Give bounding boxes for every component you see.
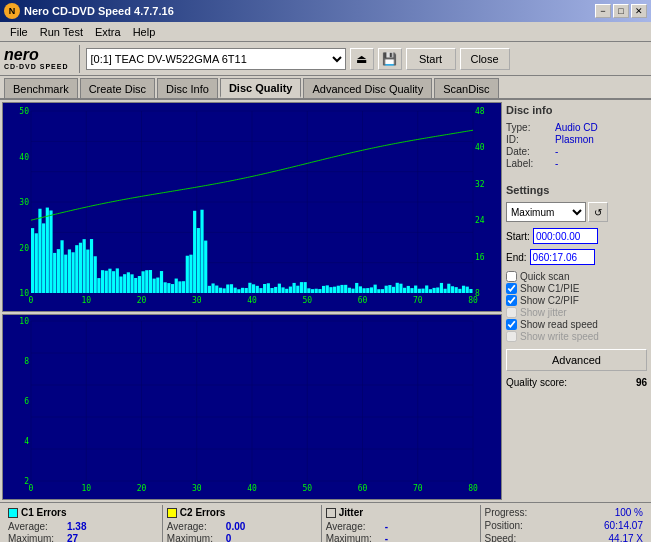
tab-advanced-disc-quality[interactable]: Advanced Disc Quality <box>303 78 432 98</box>
main-content: Disc info Type:Audio CDID:PlasmonDate:-L… <box>0 100 651 502</box>
tab-bar: BenchmarkCreate DiscDisc InfoDisc Qualit… <box>0 76 651 100</box>
stat-group-2: JitterAverage:-Maximum:- <box>321 505 480 542</box>
end-time-input[interactable] <box>530 249 595 265</box>
tab-disc-info[interactable]: Disc Info <box>157 78 218 98</box>
title-bar-left: N Nero CD-DVD Speed 4.7.7.16 <box>4 3 174 19</box>
stat-name-0: C1 Errors <box>21 507 67 518</box>
checkbox-show_read[interactable] <box>506 319 517 330</box>
settings-icon-button[interactable]: ↺ <box>588 202 608 222</box>
info-val: Plasmon <box>555 134 594 145</box>
quality-score-label: Quality score: <box>506 377 567 388</box>
stat-key: Maximum: <box>8 533 63 542</box>
tab-disc-quality[interactable]: Disc Quality <box>220 78 302 98</box>
stats-bar: C1 ErrorsAverage:1.38Maximum:27Total:498… <box>0 502 651 542</box>
checkbox-label-show_jitter: Show jitter <box>520 307 567 318</box>
checkbox-show_c1[interactable] <box>506 283 517 294</box>
stat-val: 27 <box>67 533 78 542</box>
quality-score-row: Quality score: 96 <box>506 377 647 388</box>
stat-row: Maximum:0 <box>167 533 317 542</box>
stat-row: Average:1.38 <box>8 521 158 532</box>
bottom-chart <box>2 314 502 500</box>
prog-key: Position: <box>485 520 523 531</box>
menu-bar: FileRun TestExtraHelp <box>0 22 651 42</box>
stat-val: - <box>385 521 388 532</box>
stat-row: Average:0.00 <box>167 521 317 532</box>
end-label: End: <box>506 252 527 263</box>
right-panel: Disc info Type:Audio CDID:PlasmonDate:-L… <box>504 102 649 500</box>
stat-val: 0 <box>226 533 232 542</box>
info-key: Type: <box>506 122 551 133</box>
disc-info-row: ID:Plasmon <box>506 134 647 145</box>
window-title: Nero CD-DVD Speed 4.7.7.16 <box>24 5 174 17</box>
toolbar: nero CD·DVD SPEED [0:1] TEAC DV-W522GMA … <box>0 42 651 76</box>
info-key: Label: <box>506 158 551 169</box>
settings-speed-row: Maximum ↺ <box>506 202 647 222</box>
disc-info-title: Disc info <box>506 104 647 116</box>
start-time-input[interactable] <box>533 228 598 244</box>
close-disc-button[interactable]: Close <box>460 48 510 70</box>
checkbox-row-show_read: Show read speed <box>506 319 647 330</box>
tab-benchmark[interactable]: Benchmark <box>4 78 78 98</box>
menu-item-help[interactable]: Help <box>127 24 162 40</box>
stat-val: - <box>385 533 388 542</box>
checkbox-row-show_c2: Show C2/PIF <box>506 295 647 306</box>
checkbox-show_write <box>506 331 517 342</box>
checkboxes-container: Quick scanShow C1/PIEShow C2/PIFShow jit… <box>506 271 647 343</box>
menu-item-run-test[interactable]: Run Test <box>34 24 89 40</box>
disc-info-row: Type:Audio CD <box>506 122 647 133</box>
checkbox-show_c2[interactable] <box>506 295 517 306</box>
stat-key: Average: <box>167 521 222 532</box>
stat-key: Average: <box>326 521 381 532</box>
start-button[interactable]: Start <box>406 48 456 70</box>
checkbox-quick_scan[interactable] <box>506 271 517 282</box>
quality-score-value: 96 <box>636 377 647 388</box>
info-key: Date: <box>506 146 551 157</box>
disc-info-row: Label:- <box>506 158 647 169</box>
speed-selector[interactable]: Maximum <box>506 202 586 222</box>
disc-info-rows: Type:Audio CDID:PlasmonDate:-Label:- <box>506 122 647 170</box>
checkbox-row-show_jitter: Show jitter <box>506 307 647 318</box>
chart-area <box>2 102 502 500</box>
info-val: Audio CD <box>555 122 598 133</box>
checkbox-label-quick_scan: Quick scan <box>520 271 569 282</box>
progress-row: Progress:100 % <box>485 507 644 518</box>
tab-scandisc[interactable]: ScanDisc <box>434 78 498 98</box>
stat-val: 0.00 <box>226 521 245 532</box>
stat-header-2: Jitter <box>326 507 476 518</box>
stat-key: Maximum: <box>326 533 381 542</box>
window-controls: − □ ✕ <box>595 4 647 18</box>
progress-panel: Progress:100 %Position:60:14.07Speed:44.… <box>480 505 648 542</box>
eject-icon-button[interactable]: ⏏ <box>350 48 374 70</box>
logo-text-top: nero <box>4 47 69 63</box>
checkbox-label-show_c2: Show C2/PIF <box>520 295 579 306</box>
stat-groups: C1 ErrorsAverage:1.38Maximum:27Total:498… <box>4 505 480 542</box>
checkbox-label-show_read: Show read speed <box>520 319 598 330</box>
stat-row: Maximum:- <box>326 533 476 542</box>
minimize-button[interactable]: − <box>595 4 611 18</box>
tab-create-disc[interactable]: Create Disc <box>80 78 155 98</box>
checkbox-row-show_write: Show write speed <box>506 331 647 342</box>
stat-group-0: C1 ErrorsAverage:1.38Maximum:27Total:498… <box>4 505 162 542</box>
progress-row: Speed:44.17 X <box>485 533 644 542</box>
drive-selector[interactable]: [0:1] TEAC DV-W522GMA 6T11 <box>86 48 346 70</box>
progress-row: Position:60:14.07 <box>485 520 644 531</box>
stat-name-2: Jitter <box>339 507 363 518</box>
stat-header-0: C1 Errors <box>8 507 158 518</box>
stat-header-1: C2 Errors <box>167 507 317 518</box>
advanced-button[interactable]: Advanced <box>506 349 647 371</box>
stat-color-2 <box>326 508 336 518</box>
stat-row: Average:- <box>326 521 476 532</box>
menu-item-extra[interactable]: Extra <box>89 24 127 40</box>
settings-title: Settings <box>506 184 647 196</box>
app-icon: N <box>4 3 20 19</box>
save-icon-button[interactable]: 💾 <box>378 48 402 70</box>
stat-val: 1.38 <box>67 521 86 532</box>
checkbox-show_jitter <box>506 307 517 318</box>
stat-key: Maximum: <box>167 533 222 542</box>
stat-key: Average: <box>8 521 63 532</box>
nero-logo: nero CD·DVD SPEED <box>4 47 69 70</box>
menu-item-file[interactable]: File <box>4 24 34 40</box>
disc-info-row: Date:- <box>506 146 647 157</box>
close-button[interactable]: ✕ <box>631 4 647 18</box>
maximize-button[interactable]: □ <box>613 4 629 18</box>
